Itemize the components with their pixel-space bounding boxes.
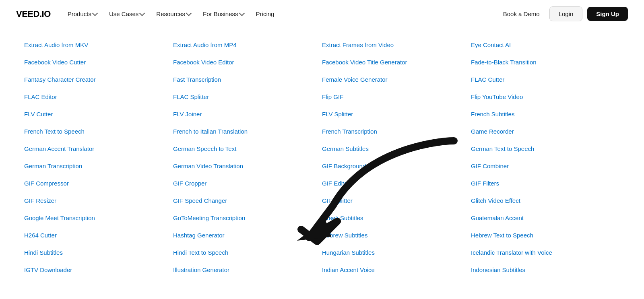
list-item[interactable]: Guatemalan Accent xyxy=(471,209,620,227)
list-item[interactable]: Game Recorder xyxy=(471,123,620,140)
chevron-down-icon xyxy=(139,10,145,16)
list-item[interactable]: Greek Subtitles xyxy=(322,209,471,227)
list-item[interactable]: Flip YouTube Video xyxy=(471,88,620,105)
nav-item-resources[interactable]: Resources xyxy=(151,7,196,21)
list-item[interactable]: Eye Contact AI xyxy=(471,36,620,54)
list-item[interactable]: Indonesian Subtitles xyxy=(471,261,620,278)
nav-item-pricing[interactable]: Pricing xyxy=(251,7,279,21)
list-item[interactable]: Fade-to-Black Transition xyxy=(471,54,620,71)
header: VEED.IO ProductsUse CasesResourcesFor Bu… xyxy=(0,0,644,28)
list-item[interactable]: French Transcription xyxy=(322,123,471,140)
login-button[interactable]: Login xyxy=(549,6,583,21)
nav-item-use-cases[interactable]: Use Cases xyxy=(104,7,149,21)
list-item[interactable]: GIF Resizer xyxy=(24,192,173,209)
list-item[interactable]: IGTV Downloader xyxy=(24,261,173,278)
list-item[interactable]: German Text to Speech xyxy=(471,140,620,157)
list-item[interactable]: German Transcription xyxy=(24,157,173,175)
list-item[interactable]: Hebrew Text to Speech xyxy=(471,227,620,244)
list-item[interactable]: Extract Frames from Video xyxy=(322,36,471,54)
list-item[interactable]: German Subtitles xyxy=(322,140,471,157)
list-item[interactable]: Hungarian Subtitles xyxy=(322,244,471,261)
list-item[interactable]: Fast Transcription xyxy=(173,71,322,88)
list-item[interactable]: German Accent Translator xyxy=(24,140,173,157)
list-item[interactable]: Hashtag Generator xyxy=(173,227,322,244)
list-item[interactable]: Google Meet Transcription xyxy=(24,209,173,227)
list-item[interactable]: French to Italian Translation xyxy=(173,123,322,140)
list-item[interactable]: H264 Cutter xyxy=(24,227,173,244)
chevron-down-icon xyxy=(92,10,98,16)
list-item[interactable]: FLAC Splitter xyxy=(173,88,322,105)
nav-item-for-business[interactable]: For Business xyxy=(198,7,249,21)
list-item[interactable]: Hindi Text to Speech xyxy=(173,244,322,261)
column-1: Extract Audio from MKVFacebook Video Cut… xyxy=(24,36,173,278)
list-item[interactable]: Facebook Video Cutter xyxy=(24,54,173,71)
list-item[interactable]: FLV Joiner xyxy=(173,105,322,123)
book-demo-link[interactable]: Book a Demo xyxy=(498,7,545,21)
signup-button[interactable]: Sign Up xyxy=(587,7,628,21)
list-item[interactable]: GIF Background xyxy=(322,157,471,175)
list-item[interactable]: FLAC Editor xyxy=(24,88,173,105)
list-item[interactable]: German Speech to Text xyxy=(173,140,322,157)
list-item[interactable]: GIF Splitter xyxy=(322,192,471,209)
list-item[interactable]: GoToMeeting Transcription xyxy=(173,209,322,227)
list-item[interactable]: GIF Compressor xyxy=(24,175,173,192)
list-item[interactable]: Female Voice Generator xyxy=(322,71,471,88)
column-3: Extract Frames from VideoFacebook Video … xyxy=(322,36,471,278)
list-item[interactable]: GIF Editor xyxy=(322,175,471,192)
list-item[interactable]: Illustration Generator xyxy=(173,261,322,278)
list-item[interactable]: French Text to Speech xyxy=(24,123,173,140)
list-item[interactable]: Indian Accent Voice xyxy=(322,261,471,278)
content-area: Extract Audio from MKVFacebook Video Cut… xyxy=(0,28,644,295)
list-item[interactable]: GIF Filters xyxy=(471,175,620,192)
list-item[interactable]: Fantasy Character Creator xyxy=(24,71,173,88)
list-item[interactable]: Extract Audio from MP4 xyxy=(173,36,322,54)
list-item[interactable]: Hebrew Subtitles xyxy=(322,227,471,244)
list-item[interactable]: Flip GIF xyxy=(322,88,471,105)
list-item[interactable]: FLAC Cutter xyxy=(471,71,620,88)
list-item[interactable]: German Video Translation xyxy=(173,157,322,175)
list-item[interactable]: Icelandic Translator with Voice xyxy=(471,244,620,261)
list-item[interactable]: Extract Audio from MKV xyxy=(24,36,173,54)
list-item[interactable]: FLV Cutter xyxy=(24,105,173,123)
list-item[interactable]: Facebook Video Editor xyxy=(173,54,322,71)
column-2: Extract Audio from MP4Facebook Video Edi… xyxy=(173,36,322,278)
chevron-down-icon xyxy=(239,10,244,16)
list-item[interactable]: Facebook Video Title Generator xyxy=(322,54,471,71)
header-actions: Book a Demo Login Sign Up xyxy=(498,6,628,21)
list-item[interactable]: Glitch Video Effect xyxy=(471,192,620,209)
list-item[interactable]: GIF Speed Changer xyxy=(173,192,322,209)
list-item[interactable]: GIF Combiner xyxy=(471,157,620,175)
list-item[interactable]: FLV Splitter xyxy=(322,105,471,123)
column-4: Eye Contact AIFade-to-Black TransitionFL… xyxy=(471,36,620,278)
links-grid: Extract Audio from MKVFacebook Video Cut… xyxy=(24,36,620,278)
chevron-down-icon xyxy=(186,10,192,16)
main-nav: ProductsUse CasesResourcesFor BusinessPr… xyxy=(63,7,279,21)
list-item[interactable]: French Subtitles xyxy=(471,105,620,123)
nav-item-products[interactable]: Products xyxy=(63,7,102,21)
list-item[interactable]: GIF Cropper xyxy=(173,175,322,192)
list-item[interactable]: Hindi Subtitles xyxy=(24,244,173,261)
logo[interactable]: VEED.IO xyxy=(16,9,51,19)
